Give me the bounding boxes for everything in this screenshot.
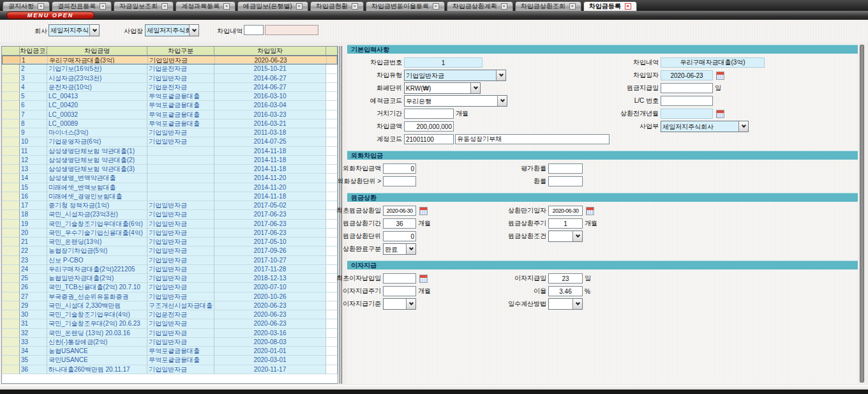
loan-date-cell[interactable]: 2020-07-10 (214, 283, 326, 292)
table-row[interactable]: 36하나대출260백만원 20.11.17기업일반자금2020-11-17 (2, 365, 338, 374)
table-row[interactable]: 10기업운영자금(6억)기업일반자금2014-07-25 (2, 137, 338, 146)
row-selector-cell[interactable] (2, 92, 20, 101)
table-row[interactable]: 19국민_기술창조기업우대대출(6억)기업일반자금2017-06-23 (2, 220, 338, 229)
loan-name-cell[interactable]: 국민_시설자금(23억3천) (47, 210, 147, 219)
loan-date-cell[interactable]: 2014-07-25 (214, 137, 326, 146)
interest-pay-day-field[interactable] (548, 273, 583, 284)
table-row[interactable]: 24우리구매자금대출(2억)221205기업일반자금2017-11-28 (2, 265, 338, 274)
tab-차입금현황[interactable]: 차입금현황× (310, 1, 364, 11)
loan-name-cell[interactable]: 신한(-)통장예금(2억) (47, 338, 147, 347)
loan-name-cell[interactable]: 부국증권_선순위유동화증권 (47, 292, 147, 301)
extra-cell[interactable] (326, 229, 338, 238)
tab-차입금상환계획[interactable]: 차입금상환계획× (447, 1, 513, 11)
loan-date-cell[interactable]: 2020-10-26 (214, 292, 326, 301)
calendar-icon[interactable] (716, 110, 724, 118)
loan-code-cell[interactable]: 8 (20, 119, 47, 128)
calendar-icon[interactable] (716, 72, 724, 80)
loan-name-cell[interactable]: 국민_기술창조기업우대대출(6억) (47, 220, 147, 229)
maturity-date-field[interactable] (548, 206, 583, 216)
table-row[interactable]: 3시설자금(23억3천)기업일반자금2014-06-27 (2, 74, 338, 83)
table-row[interactable]: 30국민_기술창조기업우대(4억)기업운전자금2020-06-23 (2, 310, 338, 319)
loan-type-cell[interactable]: 무역포괄금융대출 (147, 356, 214, 365)
account-code-field[interactable] (404, 134, 454, 144)
table-row[interactable]: 35국민USANCE무역포괄금융대출2020-03-01 (2, 356, 338, 365)
extra-cell[interactable] (326, 265, 338, 274)
fc-unit-field[interactable] (383, 176, 416, 186)
loan-code-cell[interactable]: 35 (20, 356, 47, 365)
table-row[interactable]: 2기업기보(16억5천)기업운전자금2015-10-21 (2, 64, 338, 73)
interest-basis-select[interactable] (383, 298, 416, 310)
account-name-field[interactable] (455, 134, 610, 144)
table-row[interactable]: 6LC_00420무역포괄금융대출2016-03-04 (2, 101, 338, 110)
row-selector-cell[interactable] (2, 183, 20, 192)
loan-type-cell[interactable]: 기업일반자금 (147, 256, 214, 265)
loan-name-cell[interactable]: 농협USANCE (47, 347, 147, 356)
loan-amount-field[interactable] (404, 121, 454, 132)
loan-name-cell[interactable]: 삼성생명단체보험 약관대출(2) (47, 156, 147, 165)
extra-cell[interactable] (326, 310, 338, 319)
loan-date-cell[interactable]: 2017-05-02 (214, 201, 326, 210)
extra-cell[interactable] (326, 147, 338, 156)
first-repay-date-field[interactable] (383, 206, 416, 216)
loan-code-cell[interactable]: 31 (20, 319, 47, 328)
close-icon[interactable]: × (100, 3, 106, 10)
loan-date-cell[interactable]: 2020-11-17 (214, 365, 326, 374)
loan-code-cell[interactable]: 20 (20, 229, 47, 238)
row-selector-cell[interactable] (2, 292, 20, 301)
row-selector-cell[interactable] (2, 356, 20, 365)
row-selector-cell[interactable] (2, 265, 20, 274)
table-row[interactable]: 12삼성생명단체보험 약관대출(2)2014-11-18 (2, 156, 338, 165)
extra-cell[interactable] (326, 338, 338, 347)
loan-type-cell[interactable]: 기업운전자금 (147, 310, 214, 319)
loan-type-cell[interactable]: 무역포괄금융대출 (147, 347, 214, 356)
loan-name-cell[interactable]: 신보 P-CBO (47, 256, 147, 265)
extra-cell[interactable] (326, 319, 338, 328)
loan-type-cell[interactable]: 기업일반자금 (147, 229, 214, 238)
loan-code-cell[interactable]: 29 (20, 301, 47, 310)
extra-cell[interactable] (326, 156, 338, 165)
loan-type-cell[interactable]: 기업일반자금 (147, 246, 214, 255)
worksite-select[interactable]: 제일저지주식회사 (145, 24, 199, 36)
row-selector-cell[interactable] (2, 74, 20, 83)
chevron-down-icon[interactable] (406, 299, 415, 309)
table-row[interactable]: 9마이너스(3억)기업일반자금2011-03-18 (2, 128, 338, 137)
calendar-icon[interactable] (419, 207, 428, 215)
loan-code-cell[interactable]: 17 (20, 201, 47, 210)
extra-cell[interactable] (326, 283, 338, 292)
loan-code-cell[interactable]: 23 (20, 256, 47, 265)
loan-name-cell[interactable]: 우리구매자금대출(2억)221205 (47, 265, 147, 274)
loan-name-cell[interactable]: 미래에셋_경영인보험대출 (47, 192, 147, 201)
loan-name-cell[interactable]: 기업기보(16억5천) (47, 64, 147, 73)
loan-date-cell[interactable]: 2016-03-23 (214, 110, 326, 119)
chevron-down-icon[interactable] (497, 96, 507, 106)
table-row[interactable]: 18국민_시설자금(23억3천)기업일반자금2017-06-23 (2, 210, 338, 219)
row-selector-cell[interactable] (2, 128, 20, 137)
loan-date-cell[interactable]: 2015-10-21 (214, 64, 326, 73)
menu-open-button[interactable]: MENU OPEN (6, 11, 94, 19)
first-interest-date-field[interactable] (383, 273, 416, 284)
loan-type-cell[interactable]: 기업일반자금 (147, 365, 214, 374)
loan-type-cell[interactable]: 기업일반자금 (147, 137, 214, 146)
row-selector-cell[interactable] (2, 365, 20, 374)
loan-desc-display[interactable] (265, 25, 318, 35)
extra-cell[interactable] (326, 220, 338, 229)
row-selector-cell[interactable] (2, 256, 20, 265)
loan-name-cell[interactable]: 국민_온랜딩(13억) (47, 238, 147, 246)
table-row[interactable]: 22농협장기차입금(5억)기업일반자금2017-09-26 (2, 246, 338, 255)
loan-name-cell[interactable]: 국민_TCB신용대출(2억) 20.7.10 (47, 283, 147, 292)
close-icon[interactable]: × (352, 3, 358, 10)
loan-type-cell[interactable]: 기업일반자금 (147, 265, 214, 274)
loan-name-cell[interactable]: 국민_기술창조기업우대(4억) (47, 310, 147, 319)
loan-code-cell[interactable]: 9 (20, 128, 47, 137)
extra-cell[interactable] (326, 256, 338, 265)
close-icon[interactable]: × (296, 3, 303, 10)
extra-cell[interactable] (326, 329, 338, 338)
row-selector-cell[interactable] (2, 238, 20, 246)
loan-code-cell[interactable]: 1 (20, 56, 48, 64)
row-selector-cell[interactable] (2, 319, 20, 328)
extra-cell[interactable] (327, 56, 337, 64)
loan-date-cell[interactable]: 2020-03-01 (214, 356, 326, 365)
extra-cell[interactable] (326, 192, 338, 201)
loan-type-select[interactable]: 기업일반자금 (404, 70, 506, 81)
loan-code-cell[interactable]: 26 (20, 283, 47, 292)
